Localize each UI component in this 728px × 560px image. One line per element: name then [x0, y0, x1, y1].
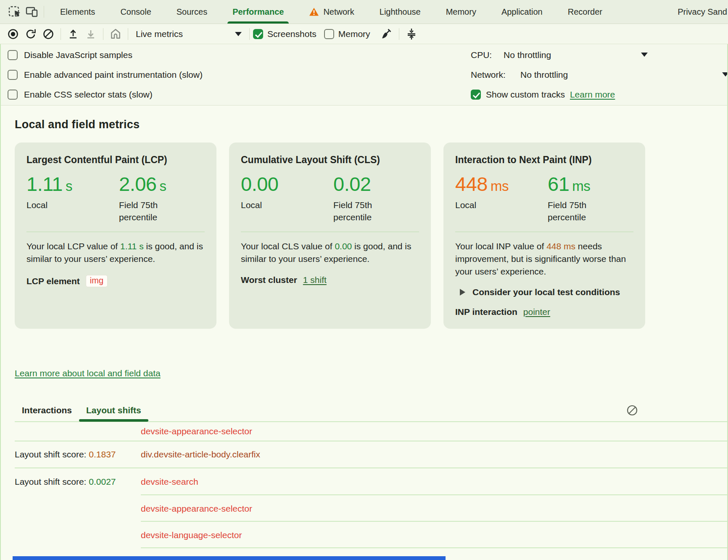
shift-score-label: Layout shift score: — [15, 477, 86, 486]
devtools-window: Elements Console Sources Performance Net… — [0, 0, 728, 560]
shift-score-value: 0.0027 — [89, 477, 116, 486]
lcp-field-label: Field 75th percentile — [119, 199, 182, 223]
lcp-description: Your local LCP value of 1.11 s is good, … — [26, 240, 205, 265]
shift-element-link[interactable]: devsite-search — [141, 477, 198, 487]
tab-performance[interactable]: Performance — [232, 0, 285, 24]
devtools-tabbar: Elements Console Sources Performance Net… — [0, 0, 728, 24]
tab-privacy-sandbox[interactable]: Privacy Sand — [677, 0, 728, 24]
tab-elements[interactable]: Elements — [59, 0, 96, 24]
divider — [241, 232, 419, 232]
layout-shift-row[interactable]: Layout shift score: 0.1837 div.devsite-a… — [15, 441, 727, 468]
show-custom-tracks-label: Show custom tracks — [486, 90, 565, 100]
panel-tabs: Elements Console Sources Performance Net… — [59, 0, 728, 24]
cls-local-label: Local — [241, 199, 304, 211]
shift-score-label: Layout shift score: — [15, 449, 86, 459]
divider — [249, 28, 250, 40]
worst-cluster-label: Worst cluster — [241, 275, 297, 285]
cls-field-value: 0.02 — [333, 172, 419, 195]
worst-cluster-link[interactable]: 1 shift — [303, 275, 327, 285]
log-tabbar: Interactions Layout shifts — [15, 399, 727, 421]
inp-local-value: 448ms — [455, 172, 548, 195]
cpu-label: CPU: — [471, 50, 504, 60]
css-selector-stats-checkbox[interactable] — [8, 90, 18, 100]
disclosure-triangle-icon — [460, 289, 465, 296]
cls-local-value: 0.00 — [241, 172, 333, 195]
gc-broom-icon[interactable] — [378, 26, 396, 42]
tab-lighthouse[interactable]: Lighthouse — [379, 0, 422, 24]
inspect-element-icon[interactable] — [7, 3, 24, 20]
inp-card: Interaction to Next Paint (INP) 448ms Lo… — [443, 143, 645, 329]
tab-layout-shifts[interactable]: Layout shifts — [79, 399, 148, 421]
layout-shift-row[interactable]: devsite-appearance-selector — [15, 495, 727, 522]
warning-icon — [309, 7, 319, 16]
clear-icon[interactable] — [40, 26, 57, 42]
cls-field-label: Field 75th percentile — [333, 199, 396, 223]
advanced-paint-checkbox[interactable] — [8, 70, 18, 80]
show-custom-tracks-checkbox[interactable] — [471, 90, 481, 100]
inp-local-label: Local — [455, 199, 518, 211]
divider — [26, 232, 205, 232]
upload-profile-icon[interactable] — [64, 26, 82, 42]
collapse-icon[interactable] — [403, 26, 420, 42]
cpu-throttling-select[interactable]: No throttling — [504, 50, 551, 60]
local-test-conditions-disclosure[interactable]: Consider your local test conditions — [455, 287, 633, 297]
capture-settings: Disable JavaScript samples Enable advanc… — [0, 44, 728, 106]
screenshots-checkbox[interactable] — [253, 29, 263, 39]
inp-interaction-label: INP interaction — [455, 307, 517, 317]
clear-log-icon[interactable] — [625, 403, 640, 418]
reload-record-icon[interactable] — [22, 26, 40, 42]
disable-js-samples-checkbox[interactable] — [8, 50, 18, 60]
lcp-element-chip[interactable]: img — [86, 275, 108, 287]
layout-shift-row[interactable]: Layout shift score: 0.0027 devsite-searc… — [15, 468, 727, 495]
device-toolbar-icon[interactable] — [24, 3, 40, 20]
memory-label: Memory — [338, 29, 370, 39]
page-title: Local and field metrics — [15, 118, 728, 131]
cls-description: Your local CLS value of 0.00 is good, an… — [241, 240, 419, 265]
performance-toolbar: Live metrics Screenshots Memory — [0, 24, 728, 44]
live-metrics-select[interactable]: Live metrics — [132, 29, 246, 39]
throttling-settings: CPU: No throttling Network: No throttlin… — [471, 49, 728, 108]
learn-more-field-data-link[interactable]: Learn more about local and field data — [15, 368, 161, 378]
record-icon[interactable] — [4, 26, 22, 42]
divider — [103, 28, 103, 40]
network-throttling-select[interactable]: No throttling — [520, 70, 568, 80]
inp-card-title: Interaction to Next Paint (INP) — [455, 154, 633, 166]
tab-memory[interactable]: Memory — [445, 0, 477, 24]
download-profile-icon[interactable] — [82, 26, 100, 42]
memory-checkbox[interactable] — [324, 29, 334, 39]
inp-interaction-link[interactable]: pointer — [523, 307, 550, 317]
divider — [44, 6, 44, 18]
pane-left-border — [0, 44, 1, 560]
lcp-element-label: LCP element — [26, 276, 80, 286]
tab-sources[interactable]: Sources — [176, 0, 208, 24]
lcp-card-title: Largest Contentful Paint (LCP) — [26, 154, 205, 166]
lcp-local-label: Local — [26, 199, 90, 211]
tab-recorder[interactable]: Recorder — [567, 0, 603, 24]
tab-network[interactable]: Network — [308, 0, 355, 24]
show-custom-tracks-row: Show custom tracks Learn more — [471, 89, 728, 100]
shift-element-link[interactable]: div.devsite-article-body.clearfix — [141, 449, 260, 460]
chevron-down-icon[interactable] — [641, 53, 648, 57]
lcp-field-value: 2.06s — [119, 172, 205, 195]
shift-element-link[interactable]: devsite-language-selector — [141, 530, 242, 540]
layout-shift-row[interactable]: devsite-language-selector — [15, 522, 727, 548]
inp-field-label: Field 75th percentile — [548, 199, 611, 223]
divider — [61, 28, 61, 40]
metric-cards: Largest Contentful Paint (LCP) 1.11s Loc… — [15, 143, 728, 329]
tab-console[interactable]: Console — [119, 0, 152, 24]
layout-shift-row[interactable]: devsite-appearance-selector — [15, 422, 727, 441]
screenshots-label: Screenshots — [267, 29, 317, 39]
chevron-down-icon — [235, 32, 242, 36]
tab-interactions[interactable]: Interactions — [15, 399, 79, 421]
divider — [128, 28, 128, 40]
selected-row-indicator — [13, 556, 446, 560]
custom-tracks-learn-more-link[interactable]: Learn more — [570, 90, 615, 100]
divider — [399, 28, 399, 40]
home-icon[interactable] — [107, 26, 124, 42]
tab-application[interactable]: Application — [501, 0, 543, 24]
cls-card: Cumulative Layout Shift (CLS) 0.00 Local… — [229, 143, 431, 329]
shift-element-link[interactable]: devsite-appearance-selector — [141, 504, 252, 514]
shift-element-link[interactable]: devsite-appearance-selector — [141, 426, 252, 436]
inp-description: Your local INP value of 448 ms needs imp… — [455, 240, 633, 278]
lcp-card: Largest Contentful Paint (LCP) 1.11s Loc… — [15, 143, 216, 329]
